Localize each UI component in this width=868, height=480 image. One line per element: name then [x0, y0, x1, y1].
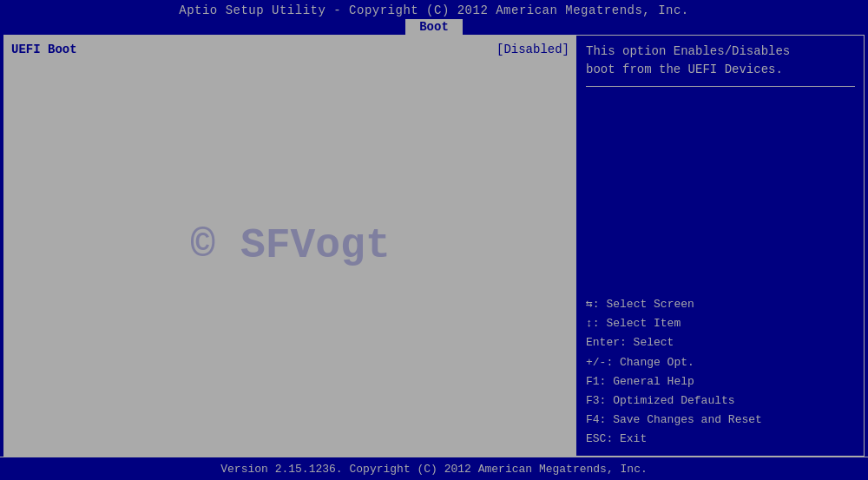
keybind-change-opt: +/-: Change Opt.: [586, 353, 855, 372]
keybind-f1: F1: General Help: [586, 372, 855, 391]
keybind-select-item: ↕: Select Item: [586, 314, 855, 333]
header: Aptio Setup Utility - Copyright (C) 2012…: [0, 0, 868, 35]
setting-row[interactable]: UEFI Boot [Disabled]: [11, 43, 569, 56]
keybindings: ⇆: Select Screen ↕: Select Item Enter: S…: [586, 295, 855, 449]
help-text-line1: This option Enables/Disables: [586, 44, 790, 58]
keybind-enter: Enter: Select: [586, 333, 855, 352]
setting-value: [Disabled]: [496, 43, 569, 56]
left-panel: UEFI Boot [Disabled] © SFVogt: [4, 36, 577, 456]
header-tab-row: Boot: [0, 19, 868, 35]
help-text-line2: boot from the UEFI Devices.: [586, 62, 783, 76]
keybind-select-screen: ⇆: Select Screen: [586, 295, 855, 314]
keybind-f4: F4: Save Changes and Reset: [586, 411, 855, 430]
boot-tab[interactable]: Boot: [405, 19, 463, 35]
keybind-f3: F3: Optimized Defaults: [586, 391, 855, 411]
right-panel: This option Enables/Disables boot from t…: [577, 36, 864, 456]
header-title: Aptio Setup Utility - Copyright (C) 2012…: [0, 3, 868, 17]
footer-text: Version 2.15.1236. Copyright (C) 2012 Am…: [220, 463, 647, 476]
footer: Version 2.15.1236. Copyright (C) 2012 Am…: [0, 457, 868, 480]
main-content: UEFI Boot [Disabled] © SFVogt This optio…: [3, 35, 865, 457]
keybind-esc: ESC: Exit: [586, 430, 855, 449]
setting-label: UEFI Boot: [11, 43, 77, 56]
help-text: This option Enables/Disables boot from t…: [586, 43, 855, 87]
bios-screen: Aptio Setup Utility - Copyright (C) 2012…: [0, 0, 868, 480]
watermark: © SFVogt: [190, 222, 390, 269]
